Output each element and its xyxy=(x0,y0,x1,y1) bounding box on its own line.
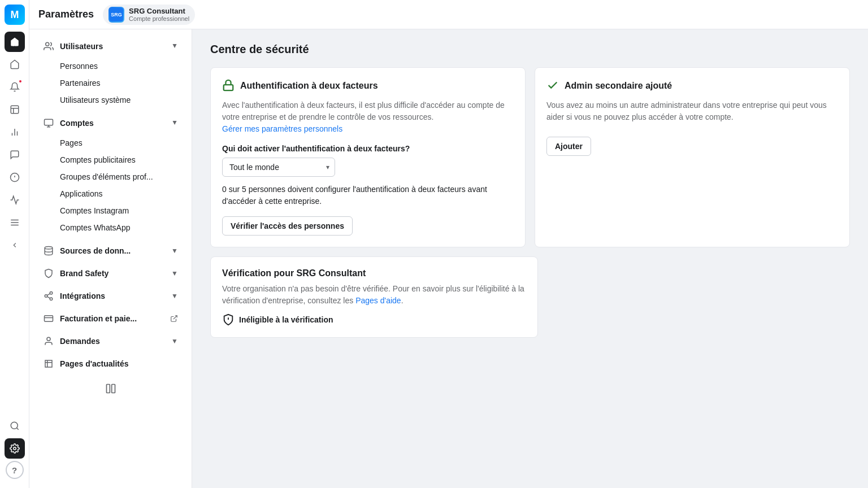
two-factor-info: 0 sur 5 personnes doivent configurer l'a… xyxy=(222,184,514,207)
sidebar-toggle-button[interactable] xyxy=(38,383,183,394)
svg-point-24 xyxy=(50,292,53,295)
demandes-icon xyxy=(43,336,54,347)
svg-rect-2 xyxy=(11,106,19,114)
admin-card-title: Admin secondaire ajouté xyxy=(565,81,672,91)
rail-icon-home[interactable] xyxy=(5,54,25,75)
demandes-chevron: ▼ xyxy=(171,337,178,345)
sidebar-section-facturation: Facturation et paie... xyxy=(29,308,192,329)
utilisateurs-sub-items: Personnes Partenaires Utilisateurs systè… xyxy=(29,56,192,111)
svg-rect-33 xyxy=(106,385,110,393)
svg-rect-29 xyxy=(45,316,53,322)
sidebar-section-header-facturation[interactable]: Facturation et paie... xyxy=(34,308,187,329)
two-factor-select[interactable]: Tout le monde Administrateurs uniquement… xyxy=(222,158,335,177)
account-chip[interactable]: SRG SRG Consultant Compte professionnel xyxy=(103,5,195,25)
verif-status-text: Inéligible à la vérification xyxy=(239,315,333,324)
top-header: Paramètres SRG SRG Consultant Compte pro… xyxy=(29,0,868,29)
account-type: Compte professionnel xyxy=(129,15,189,22)
svg-point-23 xyxy=(45,247,53,250)
demandes-label: Demandes xyxy=(60,337,100,346)
brand-safety-chevron: ▼ xyxy=(171,269,178,277)
sidebar-item-applications[interactable]: Applications xyxy=(34,185,187,202)
rail-icon-campaigns[interactable] xyxy=(5,190,25,210)
add-admin-button[interactable]: Ajouter xyxy=(546,137,591,156)
sidebar-section-header-pages-actualites[interactable]: Pages d'actualités xyxy=(34,354,187,374)
sidebar-section-brand-safety: Brand Safety ▼ xyxy=(29,263,192,284)
sidebar-section-header-demandes[interactable]: Demandes ▼ xyxy=(34,331,187,351)
rail-icon-billing[interactable] xyxy=(5,167,25,188)
two-factor-link[interactable]: Gérer mes paramètres personnels xyxy=(222,124,342,133)
sidebar-section-integrations: Intégrations ▼ xyxy=(29,286,192,306)
sidebar-section-sources: Sources de donn... ▼ xyxy=(29,241,192,261)
rail-icon-business[interactable] xyxy=(5,32,25,52)
rail-icon-settings[interactable] xyxy=(5,438,25,459)
comptes-sub-items: Pages Comptes publicitaires Groupes d'él… xyxy=(29,133,192,238)
comptes-label: Comptes xyxy=(60,119,94,128)
svg-text:M: M xyxy=(10,9,19,20)
comptes-icon xyxy=(43,117,54,129)
sidebar-section-header-integrations[interactable]: Intégrations ▼ xyxy=(34,286,187,306)
pages-aide-link[interactable]: Pages d'aide xyxy=(355,296,401,305)
sidebar-item-utilisateurs-systeme[interactable]: Utilisateurs système xyxy=(34,91,187,108)
integrations-label: Intégrations xyxy=(60,291,105,300)
icon-rail: M ? xyxy=(0,0,29,488)
facturation-label: Facturation et paie... xyxy=(60,314,137,323)
pages-actualites-icon xyxy=(43,358,54,369)
verif-status-icon xyxy=(222,313,235,326)
brand-safety-label: Brand Safety xyxy=(60,269,108,278)
sidebar-item-comptes-whatsapp[interactable]: Comptes WhatsApp xyxy=(34,219,187,236)
sidebar-item-groupes-elements[interactable]: Groupes d'éléments prof... xyxy=(34,168,187,185)
svg-line-15 xyxy=(16,428,18,429)
svg-point-32 xyxy=(47,337,50,341)
sidebar: Utilisateurs ▲ Personnes Partenaires Uti… xyxy=(29,29,192,488)
facturation-icon xyxy=(43,313,54,324)
sidebar-section-pages-actualites: Pages d'actualités xyxy=(29,354,192,374)
admin-card-description: Vous avez au moins un autre administrate… xyxy=(546,99,838,123)
svg-rect-35 xyxy=(224,85,233,90)
two-factor-card: Authentification à deux facteurs Avec l'… xyxy=(210,67,526,247)
integrations-chevron: ▼ xyxy=(171,292,178,300)
rail-icon-collapse[interactable] xyxy=(5,235,25,255)
sidebar-section-utilisateurs: Utilisateurs ▲ Personnes Partenaires Uti… xyxy=(29,36,192,111)
two-factor-title: Authentification à deux facteurs xyxy=(240,81,378,91)
rail-icon-analytics[interactable] xyxy=(5,122,25,142)
sources-icon xyxy=(43,245,54,256)
sidebar-section-header-comptes[interactable]: Comptes ▲ xyxy=(34,113,187,133)
two-factor-description: Avec l'authentification à deux facteurs,… xyxy=(222,99,514,135)
sidebar-item-comptes-publicitaires[interactable]: Comptes publicitaires xyxy=(34,151,187,168)
svg-line-31 xyxy=(173,316,177,319)
svg-point-16 xyxy=(13,447,16,450)
verification-card: Vérification pour SRG Consultant Votre o… xyxy=(210,256,538,338)
verif-title: Vérification pour SRG Consultant xyxy=(222,268,526,278)
rail-icon-reports[interactable] xyxy=(5,99,25,120)
sidebar-item-partenaires[interactable]: Partenaires xyxy=(34,75,187,91)
sidebar-item-pages[interactable]: Pages xyxy=(34,134,187,151)
rail-icon-search[interactable] xyxy=(5,416,25,436)
svg-point-25 xyxy=(45,295,47,298)
sidebar-section-header-sources[interactable]: Sources de donn... ▼ xyxy=(34,241,187,261)
sidebar-item-personnes[interactable]: Personnes xyxy=(34,58,187,75)
verify-access-button[interactable]: Vérifier l'accès des personnes xyxy=(222,216,353,236)
main-content: Centre de sécurité Authentification à de… xyxy=(192,29,868,488)
rail-icon-messages[interactable] xyxy=(5,145,25,165)
account-name: SRG Consultant xyxy=(129,7,189,15)
sidebar-section-header-brand-safety[interactable]: Brand Safety ▼ xyxy=(34,263,187,284)
sidebar-item-comptes-instagram[interactable]: Comptes Instagram xyxy=(34,202,187,219)
svg-point-14 xyxy=(11,422,18,429)
facturation-external-icon xyxy=(170,315,178,323)
sidebar-section-header-utilisateurs[interactable]: Utilisateurs ▲ xyxy=(34,36,187,56)
rail-icon-notifications[interactable] xyxy=(5,77,25,97)
svg-rect-20 xyxy=(45,119,53,125)
utilisateurs-icon xyxy=(43,41,54,52)
verif-desc: Votre organisation n'a pas besoin d'être… xyxy=(222,283,526,307)
meta-logo[interactable]: M xyxy=(5,5,25,25)
utilisateurs-label: Utilisateurs xyxy=(60,42,103,51)
page-title: Paramètres xyxy=(38,8,94,20)
cards-row-top: Authentification à deux facteurs Avec l'… xyxy=(210,67,850,247)
two-factor-select-wrapper: Tout le monde Administrateurs uniquement… xyxy=(222,158,335,177)
rail-icon-menu[interactable] xyxy=(5,212,25,233)
integrations-icon xyxy=(43,290,54,302)
check-icon xyxy=(546,79,560,93)
page-heading: Centre de sécurité xyxy=(210,43,850,56)
svg-text:SRG: SRG xyxy=(111,12,122,18)
rail-icon-help[interactable]: ? xyxy=(6,461,24,479)
